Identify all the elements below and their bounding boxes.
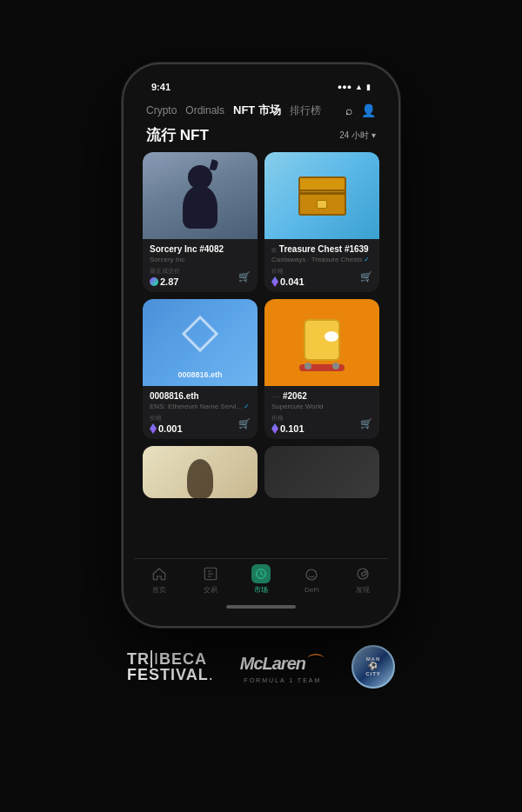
price-value-treasure: 0.041 [271,276,304,287]
nft-info-supercute: ⋯ #2062 Supercute World 价格 0.101 [264,386,379,439]
discover-icon [355,566,371,582]
nft-image-treasure [264,152,379,239]
nft-row-2: 0008816.eth 0008816.eth ENS: Ethereum Na… [143,299,379,439]
price-label-supercute: 价格 [271,414,304,423]
price-label-ens: 价格 [150,414,183,423]
brand-mancity: MAN ⚽ CITY [351,645,395,689]
nav-item-nft-market[interactable]: NFT 市场 [233,103,281,118]
nft-name-supercute: #2062 [283,391,372,402]
price-value-ens: 0.001 [150,423,183,434]
nft-card-partial-1[interactable] [143,446,258,498]
eth-icon-supercute [271,423,278,434]
time-filter[interactable]: 24 小时 ▾ [339,130,376,142]
status-time: 9:41 [151,82,171,92]
ens-diamond [182,316,218,352]
ens-label: 0008816.eth [177,370,222,379]
tab-trade[interactable]: 交易 [201,564,220,595]
cart-icon-supercute[interactable]: 🛒 [360,418,372,429]
nft-image-ens: 0008816.eth [143,299,258,386]
tab-label-trade: 交易 [204,585,218,595]
phone-frame: 9:41 ●●● ▲ ▮ Crypto Ordinals NFT 市场 排行榜 … [122,63,400,628]
brand-mclaren: McLaren ⌒ FORMULA 1 TEAM [240,651,325,683]
brand-tribeca: TRIBECA FESTI VAL. [127,651,214,682]
nft-collection-ens: ENS: Ethereum Name Servi... ✓ [150,403,251,410]
eth-icon-ens [150,423,157,434]
tab-label-discover: 发现 [356,585,370,595]
phone-wrapper: 9:41 ●●● ▲ ▮ Crypto Ordinals NFT 市场 排行榜 … [122,63,400,628]
tab-label-home: 首页 [152,585,166,595]
status-bar: 9:41 ●●● ▲ ▮ [134,75,388,99]
nft-info-treasure: ≡ Treasure Chest #1639 Castaways · Treas… [264,239,379,292]
nft-collection-supercute: Supercute World [271,403,372,410]
nft-name-treasure: Treasure Chest #1639 [279,244,372,255]
signal-icon: ●●● [338,83,351,91]
nft-name-ens: 0008816.eth [150,391,251,402]
nft-card-partial-2[interactable] [264,446,379,498]
nav-item-ranking[interactable]: 排行榜 [290,103,321,118]
nav-item-crypto[interactable]: Crypto [146,104,177,116]
tab-home[interactable]: 首页 [150,564,169,595]
verified-badge-ens: ✓ [244,403,250,410]
tab-label-defi: DeFi [304,586,319,594]
profile-icon[interactable]: 👤 [361,103,376,117]
nft-menu-icon-treasure: ≡ [271,245,277,255]
nft-image-sorcery [143,152,258,239]
nft-grid: Sorcery Inc #4082 Sorcery Inc 最近成交价 2.87 [134,152,388,558]
tab-defi[interactable]: DeFi [302,565,321,594]
wifi-icon: ▲ [355,83,363,91]
trade-icon [203,566,218,582]
search-icon[interactable]: ⌕ [345,103,352,117]
nft-row-1: Sorcery Inc #4082 Sorcery Inc 最近成交价 2.87 [143,152,379,292]
nft-info-sorcery: Sorcery Inc #4082 Sorcery Inc 最近成交价 2.87 [143,239,258,292]
home-indicator [134,598,388,616]
defi-icon [304,567,319,582]
eth-icon-treasure [271,276,278,287]
nft-info-ens: 0008816.eth ENS: Ethereum Name Servi... … [143,386,258,439]
price-label-treasure: 价格 [271,267,304,276]
price-value-supercute: 0.101 [271,423,304,434]
nft-collection-treasure: Castaways · Treasure Chests ✓ [271,256,372,263]
nft-collection-sorcery: Sorcery Inc [150,256,251,263]
nft-card-ens[interactable]: 0008816.eth 0008816.eth ENS: Ethereum Na… [143,299,258,439]
page-header: 流行 NFT 24 小时 ▾ [134,123,388,152]
tab-market[interactable]: 市场 [251,564,271,595]
battery-icon: ▮ [366,83,371,91]
cart-icon-treasure[interactable]: 🛒 [360,271,372,283]
tab-bar: 首页 交易 [134,558,388,598]
home-icon [151,566,167,582]
nft-card-sorcery[interactable]: Sorcery Inc #4082 Sorcery Inc 最近成交价 2.87 [143,152,258,292]
nft-card-supercute[interactable]: ⋯ #2062 Supercute World 价格 0.101 [264,299,379,439]
svg-point-2 [306,569,317,580]
home-bar [226,605,296,609]
status-icons: ●●● ▲ ▮ [338,83,371,91]
cart-icon-ens[interactable]: 🛒 [238,418,251,429]
sol-icon-sorcery [150,277,158,286]
tab-discover[interactable]: 发现 [353,564,372,595]
phone-screen: 9:41 ●●● ▲ ▮ Crypto Ordinals NFT 市场 排行榜 … [134,75,388,616]
nft-row-partial [143,446,379,498]
svg-marker-6 [361,571,366,576]
tab-label-market: 市场 [254,585,268,595]
nav-bar: Crypto Ordinals NFT 市场 排行榜 ⌕ 👤 [134,99,388,123]
nft-card-treasure[interactable]: ≡ Treasure Chest #1639 Castaways · Treas… [264,152,379,292]
market-icon [254,566,268,582]
branding-area: TRIBECA FESTI VAL. McLaren ⌒ FORMULA 1 T… [127,645,395,697]
nav-item-ordinals[interactable]: Ordinals [185,104,224,116]
verified-badge-treasure: ✓ [364,256,370,263]
nft-name-sorcery: Sorcery Inc #4082 [150,244,251,255]
cart-icon-sorcery[interactable]: 🛒 [238,271,251,283]
page-title: 流行 NFT [146,125,209,145]
price-label-sorcery: 最近成交价 [150,267,180,276]
price-value-sorcery: 2.87 [150,276,180,287]
nft-image-supercute [264,299,379,386]
nft-menu-icon-supercute: ⋯ [271,392,280,402]
